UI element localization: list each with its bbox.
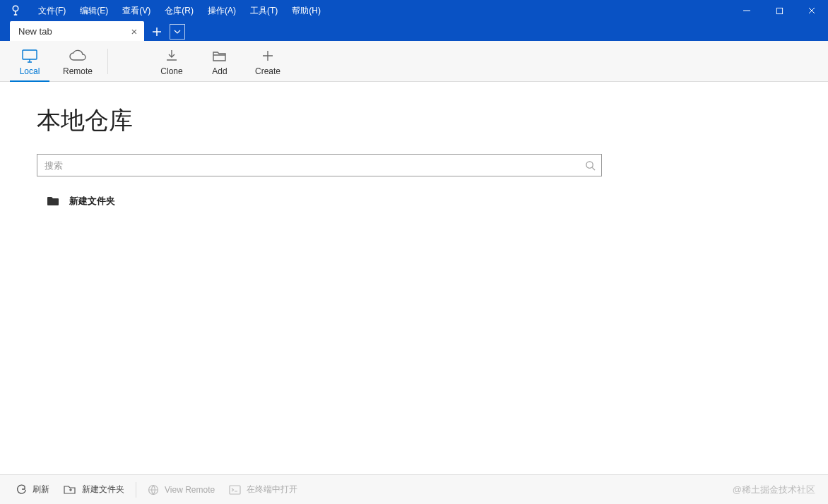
tab-new[interactable]: New tab × [10, 21, 144, 41]
svg-point-3 [586, 161, 592, 167]
terminal-icon [229, 485, 241, 495]
tab-dropdown-button[interactable] [170, 24, 185, 40]
maximize-button[interactable] [763, 0, 796, 21]
svg-point-0 [13, 6, 18, 11]
monitor-icon [21, 47, 38, 65]
minimize-button[interactable] [731, 0, 763, 21]
main-content: 本地仓库 新建文件夹 [0, 82, 828, 474]
repo-name: 新建文件夹 [69, 195, 115, 208]
globe-icon [148, 484, 159, 496]
toolbar-label: Local [20, 66, 40, 76]
status-separator [136, 482, 136, 498]
folder-plus-icon [64, 484, 76, 495]
app-logo [0, 4, 31, 17]
svg-rect-1 [776, 8, 782, 13]
toolbar-label: Create [255, 66, 280, 76]
folder-icon [47, 196, 59, 206]
menu-repo[interactable]: 仓库(R) [158, 0, 201, 21]
status-label: 刷新 [32, 484, 49, 496]
statusbar: 刷新 新建文件夹 View Remote 在终端中打开 @稀土掘金技术社区 [0, 474, 828, 504]
page-title: 本地仓库 [37, 104, 791, 137]
status-label: 新建文件夹 [82, 484, 124, 496]
folder-open-icon [212, 47, 227, 65]
menu-tools[interactable]: 工具(T) [243, 0, 285, 21]
tab-add-button[interactable] [147, 23, 167, 41]
download-icon [165, 47, 179, 65]
toolbar-add[interactable]: Add [196, 41, 244, 81]
toolbar-remote[interactable]: Remote [54, 41, 102, 81]
status-refresh[interactable]: 刷新 [8, 484, 57, 496]
svg-rect-5 [230, 486, 240, 494]
tabbar: New tab × [0, 21, 828, 41]
status-label: View Remote [165, 485, 215, 495]
watermark: @稀土掘金技术社区 [733, 484, 820, 496]
toolbar-label: Add [212, 66, 227, 76]
close-button[interactable] [796, 0, 828, 21]
titlebar: 文件(F) 编辑(E) 查看(V) 仓库(R) 操作(A) 工具(T) 帮助(H… [0, 0, 828, 21]
toolbar-label: Clone [160, 66, 182, 76]
menu-file[interactable]: 文件(F) [31, 0, 73, 21]
list-item[interactable]: 新建文件夹 [37, 191, 791, 212]
refresh-icon [16, 484, 27, 496]
menu-view[interactable]: 查看(V) [115, 0, 158, 21]
menubar: 文件(F) 编辑(E) 查看(V) 仓库(R) 操作(A) 工具(T) 帮助(H… [31, 0, 328, 21]
toolbar-label: Remote [63, 66, 93, 76]
search-input[interactable] [37, 160, 579, 171]
toolbar-clone[interactable]: Clone [148, 41, 196, 81]
repo-list: 新建文件夹 [37, 191, 791, 212]
toolbar-local[interactable]: Local [6, 41, 54, 81]
svg-rect-2 [23, 50, 37, 59]
status-new-folder[interactable]: 新建文件夹 [57, 484, 131, 496]
search-icon [579, 160, 601, 171]
status-open-terminal[interactable]: 在终端中打开 [222, 484, 304, 496]
menu-edit[interactable]: 编辑(E) [73, 0, 115, 21]
toolbar: Local Remote Clone Add Cr [0, 41, 828, 82]
window-controls [731, 0, 828, 21]
toolbar-separator [107, 49, 108, 74]
menu-action[interactable]: 操作(A) [201, 0, 243, 21]
plus-icon [261, 47, 274, 65]
search-box[interactable] [37, 154, 602, 176]
cloud-icon [69, 47, 87, 65]
tab-close-button[interactable]: × [127, 24, 141, 38]
status-view-remote[interactable]: View Remote [141, 484, 222, 496]
status-label: 在终端中打开 [247, 484, 297, 496]
tab-title: New tab [18, 26, 127, 37]
menu-help[interactable]: 帮助(H) [285, 0, 328, 21]
toolbar-create[interactable]: Create [244, 41, 292, 81]
